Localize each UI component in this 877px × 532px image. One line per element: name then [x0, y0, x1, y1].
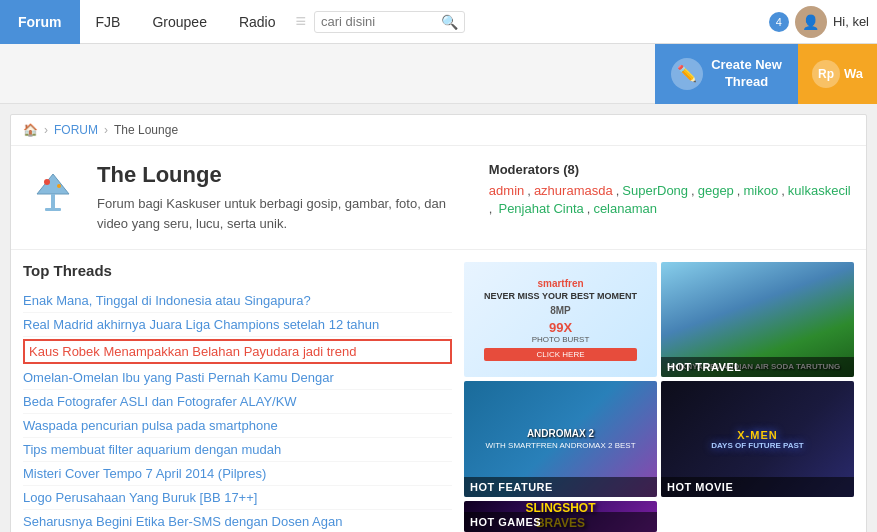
thread-link[interactable]: Tips membuat filter aquarium dengan muda… — [23, 442, 281, 457]
xmen-title: X-MEN DAYS OF FUTURE PAST — [707, 425, 807, 454]
hot-movie-cell[interactable]: X-MEN DAYS OF FUTURE PAST HOT MOVIE — [661, 381, 854, 496]
thread-link[interactable]: Beda Fotografer ASLI dan Fotografer ALAY… — [23, 394, 297, 409]
toolbar: ✏️ Create NewThread Rp Wa — [0, 44, 877, 104]
list-item: Real Madrid akhirnya Juara Liga Champion… — [23, 313, 452, 337]
forum-title: The Lounge — [97, 162, 469, 188]
list-item: Beda Fotografer ASLI dan Fotografer ALAY… — [23, 390, 452, 414]
nav-right-section: 4 👤 Hi, kel — [769, 6, 877, 38]
list-item: Logo Perusahaan Yang Buruk [BB 17++] — [23, 486, 452, 510]
hot-feature-cell[interactable]: ANDROMAX 2 WITH SMARTFREN ANDROMAX 2 BES… — [464, 381, 657, 496]
feature-title: ANDROMAX 2 — [485, 428, 635, 439]
list-item: Misteri Cover Tempo 7 April 2014 (Pilpre… — [23, 462, 452, 486]
list-item: Waspada pencurian pulsa pada smartphone — [23, 414, 452, 438]
avatar[interactable]: 👤 — [795, 6, 827, 38]
mod-kulkaskecil[interactable]: kulkaskecil — [788, 183, 851, 198]
thread-link[interactable]: Enak Mana, Tinggal di Indonesia atau Sin… — [23, 293, 311, 308]
home-icon[interactable]: 🏠 — [23, 123, 38, 137]
forum-icon — [23, 162, 83, 222]
hot-games-cell[interactable]: SLINGSHOTBRAVES HOT GAMES — [464, 501, 657, 532]
edit-icon: ✏️ — [671, 58, 703, 90]
nav-forum-button[interactable]: Forum — [0, 0, 80, 44]
feature-text: ANDROMAX 2 WITH SMARTFREN ANDROMAX 2 BES… — [477, 420, 643, 458]
hot-travel-label: HOT TRAVEL — [661, 357, 854, 377]
breadcrumb-sep2: › — [104, 123, 108, 137]
svg-point-3 — [44, 179, 50, 185]
hot-travel-cell[interactable]: UNIKNYA PEMANDIAN AIR SODA TARUTUNG HOT … — [661, 262, 854, 377]
create-thread-label: Create NewThread — [711, 57, 782, 91]
right-column: smartfren NEVER MISS YOUR BEST MOMENT 8M… — [464, 262, 854, 532]
smartfren-ad-cell[interactable]: smartfren NEVER MISS YOUR BEST MOMENT 8M… — [464, 262, 657, 377]
svg-rect-2 — [45, 208, 61, 211]
mp-label: 8MP — [484, 305, 637, 316]
svg-point-4 — [57, 184, 61, 188]
nav-radio[interactable]: Radio — [223, 0, 292, 44]
thread-link[interactable]: Omelan-Omelan Ibu yang Pasti Pernah Kamu… — [23, 370, 334, 385]
list-item: Seharusnya Begini Etika Ber-SMS dengan D… — [23, 510, 452, 532]
thread-link[interactable]: Logo Perusahaan Yang Buruk [BB 17++] — [23, 490, 257, 505]
xmen-subtitle: DAYS OF FUTURE PAST — [711, 441, 803, 450]
forum-description: Forum bagi Kaskuser untuk berbagi gosip,… — [97, 194, 469, 233]
left-column: Top Threads Enak Mana, Tinggal di Indone… — [23, 262, 452, 532]
feature-sub: WITH SMARTFREN ANDROMAX 2 BEST — [485, 441, 635, 450]
breadcrumb-section: The Lounge — [114, 123, 178, 137]
list-item: Omelan-Omelan Ibu yang Pasti Pernah Kamu… — [23, 366, 452, 390]
sub-label: PHOTO BURST — [484, 335, 637, 344]
list-item: Tips membuat filter aquarium dengan muda… — [23, 438, 452, 462]
breadcrumb-sep1: › — [44, 123, 48, 137]
main-content: 🏠 › FORUM › The Lounge The Lounge Forum … — [10, 114, 867, 532]
top-threads-title: Top Threads — [23, 262, 452, 279]
nav-fjb[interactable]: FJB — [80, 0, 137, 44]
brand-label: smartfren — [484, 278, 637, 289]
image-grid: smartfren NEVER MISS YOUR BEST MOMENT 8M… — [464, 262, 854, 532]
nav-groupee[interactable]: Groupee — [136, 0, 222, 44]
breadcrumb: 🏠 › FORUM › The Lounge — [11, 115, 866, 146]
mod-azhuramasda[interactable]: azhuramasda — [534, 183, 613, 198]
search-icon[interactable]: 🔍 — [441, 14, 458, 30]
hot-feature-label: HOT FEATURE — [464, 477, 657, 497]
highlight-label: 99X — [484, 320, 637, 335]
click-btn[interactable]: CLICK HERE — [484, 348, 637, 361]
forum-info: The Lounge Forum bagi Kaskuser untuk ber… — [97, 162, 469, 233]
rp-icon: Rp — [812, 60, 840, 88]
smartfren-bg: smartfren NEVER MISS YOUR BEST MOMENT 8M… — [464, 262, 657, 377]
list-item-highlighted: Kaus Robek Menampakkan Belahan Payudara … — [23, 339, 452, 364]
nav-separator: ≡ — [292, 11, 311, 32]
svg-marker-0 — [37, 174, 69, 194]
thread-link[interactable]: Waspada pencurian pulsa pada smartphone — [23, 418, 278, 433]
greeting-text: Hi, kel — [833, 14, 869, 29]
mod-superdong[interactable]: SuperDong — [622, 183, 688, 198]
mod-list: admin , azhuramasda , SuperDong , gegep … — [489, 183, 854, 216]
create-thread-button[interactable]: ✏️ Create NewThread — [655, 44, 798, 104]
header-nav: Forum FJB Groupee Radio ≡ 🔍 4 👤 Hi, kel — [0, 0, 877, 44]
moderators-label: Moderators (8) — [489, 162, 854, 177]
thread-list: Enak Mana, Tinggal di Indonesia atau Sin… — [23, 289, 452, 532]
smartfren-content: smartfren NEVER MISS YOUR BEST MOMENT 8M… — [476, 270, 645, 369]
mod-gegep[interactable]: gegep — [698, 183, 734, 198]
wallet-label: Wa — [844, 66, 863, 81]
mod-celanaman[interactable]: celanaman — [593, 201, 657, 216]
forum-header: The Lounge Forum bagi Kaskuser untuk ber… — [11, 146, 866, 250]
mod-mikoo[interactable]: mikoo — [743, 183, 778, 198]
hot-movie-label: HOT MOVIE — [661, 477, 854, 497]
notification-badge[interactable]: 4 — [769, 12, 789, 32]
svg-rect-1 — [51, 194, 55, 208]
tagline-label: NEVER MISS YOUR BEST MOMENT — [484, 291, 637, 301]
breadcrumb-forum[interactable]: FORUM — [54, 123, 98, 137]
list-item: Enak Mana, Tinggal di Indonesia atau Sin… — [23, 289, 452, 313]
hot-games-label: HOT GAMES — [464, 512, 657, 532]
mod-penjahat-cinta[interactable]: Penjahat Cinta — [498, 201, 583, 216]
thread-link[interactable]: Misteri Cover Tempo 7 April 2014 (Pilpre… — [23, 466, 266, 481]
xmen-brand: X-MEN — [711, 429, 803, 441]
search-input[interactable] — [321, 14, 441, 29]
thread-link-highlighted[interactable]: Kaus Robek Menampakkan Belahan Payudara … — [29, 344, 356, 359]
search-box: 🔍 — [314, 11, 465, 33]
mod-admin[interactable]: admin — [489, 183, 524, 198]
two-col-layout: Top Threads Enak Mana, Tinggal di Indone… — [11, 250, 866, 532]
forum-moderators: Moderators (8) admin , azhuramasda , Sup… — [469, 162, 854, 233]
thread-link[interactable]: Seharusnya Begini Etika Ber-SMS dengan D… — [23, 514, 342, 529]
thread-link[interactable]: Real Madrid akhirnya Juara Liga Champion… — [23, 317, 379, 332]
wallet-button[interactable]: Rp Wa — [798, 44, 877, 104]
